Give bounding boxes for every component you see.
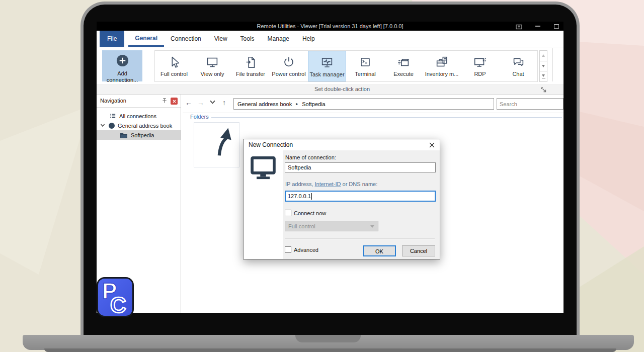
divider (183, 113, 564, 113)
execute-icon (395, 55, 412, 70)
monitor-large-icon (250, 154, 276, 183)
window-titlebar[interactable]: Remote Utilities - Viewer [Trial version… (97, 22, 564, 31)
laptop-base-edge (44, 348, 616, 352)
task-manager-icon (319, 55, 335, 70)
laptop-base-notch (295, 335, 361, 342)
advanced-label: Advanced (294, 247, 318, 253)
navigation-tree: All connections General address book Sof… (97, 108, 181, 140)
tab-manage[interactable]: Manage (261, 31, 296, 47)
terminal-icon (357, 55, 373, 70)
navigation-header: Navigation (97, 95, 181, 108)
window-title: Remote Utilities - Viewer [Trial version… (257, 23, 403, 29)
scroll-up-button[interactable] (539, 50, 547, 61)
internet-id-link[interactable]: Internet-ID (315, 181, 341, 187)
inventory-manager-button[interactable]: Inventory m... (423, 51, 461, 81)
address-book-icon (109, 123, 115, 129)
ribbon-footer: Set double-click action (97, 84, 564, 95)
terminal-button[interactable]: Terminal (346, 51, 384, 81)
dialog-form: Name of connection: IP address, Internet… (283, 150, 440, 259)
dialog-title: New Connection (249, 141, 293, 148)
chat-button[interactable]: Chat (499, 51, 537, 81)
tree-item-softpedia[interactable]: Softpedia (97, 130, 181, 140)
pc-logo: P C (97, 277, 134, 317)
folder-icon (120, 132, 128, 138)
dialog-close-button[interactable] (429, 142, 435, 148)
ribbon: Add connection... Full control View only… (97, 47, 564, 84)
connection-name-input[interactable] (285, 162, 436, 172)
connect-now-checkbox[interactable] (285, 210, 291, 216)
tab-tools[interactable]: Tools (234, 31, 261, 47)
advanced-checkbox[interactable] (285, 246, 291, 253)
up-arrow-button[interactable]: ↑ (222, 99, 226, 107)
view-only-button[interactable]: View only (193, 51, 231, 81)
connect-now-row: Connect now (285, 210, 326, 216)
logo-letter-c: C (110, 293, 126, 316)
minimize-button[interactable] (534, 23, 541, 30)
connection-actions-group: Full control View only File transfer Pow… (154, 50, 538, 82)
ribbon-scroll-column (539, 50, 547, 82)
task-manager-button[interactable]: Task manager (308, 51, 346, 81)
ribbon-tab-bar: File General Connection View Tools Manag… (97, 31, 564, 47)
popup-window-icon[interactable] (516, 23, 522, 30)
ip-address-label: IP address, Internet-ID or DNS name: (285, 181, 377, 187)
folders-group-rule (211, 117, 562, 118)
chevron-down-icon (370, 225, 374, 228)
back-arrow-button[interactable]: ← (185, 99, 192, 107)
new-connection-dialog: New Connection Name of connection: IP ad… (243, 139, 440, 259)
execute-button[interactable]: Execute (384, 51, 423, 81)
breadcrumb-separator-icon: ▸ (296, 102, 298, 106)
dialog-separator (285, 238, 435, 239)
ok-button[interactable]: OK (363, 245, 396, 256)
history-chevron-button[interactable] (209, 99, 216, 107)
tab-help[interactable]: Help (296, 31, 321, 47)
parent-folder-tile[interactable] (194, 122, 239, 167)
chat-icon (510, 55, 526, 70)
breadcrumb-segment[interactable]: General address book (237, 101, 292, 107)
monitor-icon (204, 55, 220, 70)
pin-icon[interactable] (162, 98, 168, 105)
file-arrow-icon (243, 55, 259, 70)
add-connection-button[interactable]: Add connection... (102, 50, 142, 81)
breadcrumb-segment[interactable]: Softpedia (302, 101, 325, 107)
name-of-connection-label: Name of connection: (285, 154, 336, 160)
tree-item-general-address-book[interactable]: General address book (97, 121, 181, 130)
close-panel-button[interactable] (171, 98, 178, 105)
connection-mode-select[interactable]: Full control (285, 221, 378, 231)
tab-view[interactable]: View (208, 31, 234, 47)
cursor-icon (166, 55, 182, 70)
scroll-bottom-button[interactable] (539, 71, 547, 82)
chevron-down-icon[interactable] (100, 123, 105, 129)
advanced-row: Advanced (285, 246, 318, 253)
ribbon-divider (552, 48, 553, 81)
cancel-button[interactable]: Cancel (402, 245, 435, 256)
power-icon (281, 55, 297, 70)
dialog-icon-column (244, 150, 283, 259)
power-control-button[interactable]: Power control (270, 51, 308, 81)
tree-item-all-connections[interactable]: All connections (97, 111, 181, 121)
laptop-base (23, 335, 634, 350)
set-double-click-label: Set double-click action (314, 86, 370, 92)
rdp-button[interactable]: RDP (461, 51, 499, 81)
up-folder-arrow-icon (213, 126, 234, 157)
plus-circle-icon (116, 54, 129, 69)
search-input[interactable] (497, 98, 564, 110)
tab-connection[interactable]: Connection (164, 31, 208, 47)
tab-file[interactable]: File (100, 31, 124, 47)
breadcrumb[interactable]: General address book ▸ Softpedia (233, 98, 494, 110)
maximize-button[interactable] (553, 23, 559, 30)
text-caret (311, 193, 312, 200)
dialog-titlebar[interactable]: New Connection (244, 139, 440, 150)
file-transfer-button[interactable]: File transfer (231, 51, 270, 81)
list-icon (109, 112, 116, 120)
rdp-monitor-icon (472, 55, 488, 70)
full-control-button[interactable]: Full control (155, 51, 193, 81)
dialog-launcher-icon[interactable] (541, 87, 546, 94)
tab-general[interactable]: General (128, 31, 164, 47)
folders-group-label: Folders (190, 114, 209, 120)
navigation-title: Navigation (100, 98, 126, 104)
toolbox-icon (434, 55, 450, 70)
scroll-down-button[interactable] (539, 61, 547, 72)
forward-arrow-button[interactable]: → (197, 99, 204, 107)
connect-now-label: Connect now (294, 210, 326, 216)
ip-address-input[interactable]: 127.0.0.1 (285, 191, 436, 202)
